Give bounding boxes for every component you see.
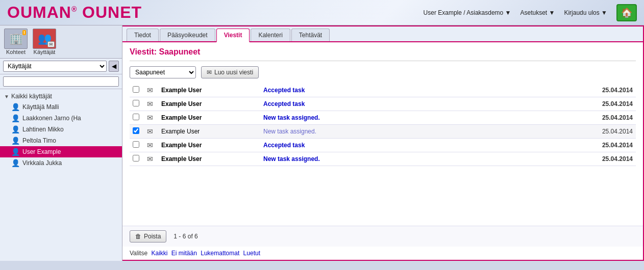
sidebar-top-icons: 🏢 ! Kohteet 👥 ✉ Käyttäjät	[0, 25, 122, 59]
sender-cell: Example User	[158, 111, 260, 125]
folder-dropdown[interactable]: Saapuneet	[130, 66, 196, 78]
page-title: Viestit: Saapuneet	[130, 47, 636, 57]
icon-cell: ✉	[144, 152, 158, 166]
table-row: ✉ Example User Accepted task 25.04.2014	[130, 84, 636, 97]
sender-cell: Example User	[158, 152, 260, 166]
table-row: ✉ Example User Accepted task 25.04.2014	[130, 139, 636, 152]
checkbox-cell[interactable]	[130, 125, 144, 139]
date-cell: 25.04.2014	[575, 111, 636, 125]
envelope-icon: ✉	[207, 69, 212, 76]
message-envelope-icon: ✉	[147, 114, 153, 122]
pagination-info: 1 - 6 of 6	[174, 233, 197, 240]
date-cell: 25.04.2014	[575, 125, 636, 139]
tab-tiedot[interactable]: Tiedot	[127, 29, 159, 41]
sidebar: 🏢 ! Kohteet 👥 ✉ Käyttäjät Käyttäjät ◀	[0, 25, 122, 261]
content-body: Viestit: Saapuneet Saapuneet ✉ Luo uusi …	[122, 42, 643, 226]
subject-cell[interactable]: Accepted task	[260, 97, 575, 111]
tab-kalenteri[interactable]: Kalenteri	[251, 29, 290, 41]
kohteet-icon-block[interactable]: 🏢 ! Kohteet	[4, 29, 28, 55]
row-checkbox[interactable]	[133, 141, 139, 148]
row-checkbox[interactable]	[133, 86, 139, 93]
content-area: Tiedot Pääsyoikeudet Viestit Kalenteri T…	[122, 25, 644, 261]
message-envelope-icon: ✉	[147, 155, 153, 163]
tree-root-label: Kaikki käyttäjät	[11, 93, 52, 100]
tab-paasyoikeudet[interactable]: Pääsyoikeudet	[160, 29, 215, 41]
select-none-link[interactable]: Ei mitään	[171, 250, 197, 257]
tabs-bar: Tiedot Pääsyoikeudet Viestit Kalenteri T…	[122, 26, 643, 42]
sidebar-item-lahtinen-mikko[interactable]: 👤 Lahtinen Mikko	[0, 124, 122, 135]
icon-cell: ✉	[144, 139, 158, 152]
sidebar-item-label: User Example	[22, 148, 61, 155]
date-cell: 25.04.2014	[575, 97, 636, 111]
icon-cell: ✉	[144, 84, 158, 97]
message-envelope-icon: ✉	[147, 86, 153, 94]
date-cell: 25.04.2014	[575, 84, 636, 97]
subject-cell[interactable]: Accepted task	[260, 84, 575, 97]
subject-cell[interactable]: New task assigned.	[260, 111, 575, 125]
row-checkbox[interactable]	[133, 114, 139, 120]
kohteet-label: Kohteet	[6, 49, 26, 55]
select-row: Valitse Kaikki Ei mitään Lukemattomat Lu…	[122, 247, 643, 260]
user-menu[interactable]: User Example / Asiakasdemo ▼	[424, 9, 511, 16]
kayttajat-icon-block[interactable]: 👥 ✉ Käyttäjät	[33, 29, 56, 55]
sidebar-item-peltola-timo[interactable]: 👤 Peltola Timo	[0, 135, 122, 146]
select-all-link[interactable]: Kaikki	[151, 250, 167, 257]
user-icon: 👤	[11, 114, 20, 122]
settings-menu[interactable]: Asetukset ▼	[521, 9, 555, 16]
home-button[interactable]: 🏠	[616, 4, 637, 21]
icon-cell: ✉	[144, 111, 158, 125]
user-icon: 👤	[11, 125, 20, 133]
icon-cell: ✉	[144, 125, 158, 139]
select-unread-link[interactable]: Lukemattomat	[201, 250, 239, 257]
logo-area: OUMAN® OUNET	[7, 3, 142, 22]
message-envelope-icon: ✉	[147, 127, 153, 136]
new-message-label: Luo uusi viesti	[214, 69, 253, 76]
delete-button[interactable]: 🗑 Poista	[130, 230, 166, 242]
checkbox-cell[interactable]	[130, 97, 144, 111]
tab-viestit[interactable]: Viestit	[216, 29, 250, 42]
checkbox-cell[interactable]	[130, 84, 144, 97]
sidebar-item-label: Peltola Timo	[22, 137, 56, 144]
sidebar-item-label: Laakkonen Jarno (Ha	[22, 115, 81, 122]
sender-cell: Example User	[158, 84, 260, 97]
logo-reg: ®	[71, 5, 77, 13]
message-table: ✉ Example User Accepted task 25.04.2014 …	[130, 84, 636, 166]
message-envelope-icon: ✉	[147, 141, 153, 149]
date-cell: 25.04.2014	[575, 152, 636, 166]
user-icon: 👤	[11, 137, 20, 145]
kayttajat-icon: 👥 ✉	[33, 29, 56, 49]
subject-cell[interactable]: New task assigned.	[260, 125, 575, 139]
sidebar-item-user-example[interactable]: 👤 User Example	[0, 146, 122, 157]
tab-tehtavat[interactable]: Tehtävät	[291, 29, 330, 41]
sender-cell: Example User	[158, 139, 260, 152]
sidebar-item-virkkala-jukka[interactable]: 👤 Virkkala Jukka	[0, 157, 122, 169]
delete-label: Poista	[144, 233, 161, 240]
sidebar-arrow-button[interactable]: ◀	[109, 61, 119, 72]
checkbox-cell[interactable]	[130, 139, 144, 152]
row-checkbox[interactable]	[133, 127, 139, 134]
sender-cell: Example User	[158, 97, 260, 111]
sidebar-item-label: Virkkala Jukka	[22, 159, 62, 167]
header-nav: User Example / Asiakasdemo ▼ Asetukset ▼…	[424, 4, 637, 21]
checkbox-cell[interactable]	[130, 111, 144, 125]
select-read-link[interactable]: Luetut	[243, 250, 260, 257]
logo-brand: OUMAN	[7, 3, 71, 21]
subject-cell[interactable]: New task assigned.	[260, 152, 575, 166]
sidebar-item-kayttaja-malli[interactable]: 👤 Käyttäjä Malli	[0, 101, 122, 113]
logout-menu[interactable]: Kirjaudu ulos ▼	[564, 9, 607, 16]
subject-cell[interactable]: Accepted task	[260, 139, 575, 152]
row-checkbox[interactable]	[133, 100, 139, 106]
sidebar-dropdown-row: Käyttäjät ◀	[0, 59, 122, 74]
table-row: ✉ Example User Accepted task 25.04.2014	[130, 97, 636, 111]
table-row: ✉ Example User New task assigned. 25.04.…	[130, 111, 636, 125]
sidebar-item-laakkonen-jarno[interactable]: 👤 Laakkonen Jarno (Ha	[0, 113, 122, 124]
user-icon: 👤	[11, 148, 20, 156]
sidebar-search-input[interactable]	[3, 76, 119, 87]
table-row: ✉ Example User New task assigned. 25.04.…	[130, 125, 636, 139]
row-checkbox[interactable]	[133, 155, 139, 161]
user-icon: 👤	[11, 159, 20, 167]
sidebar-dropdown[interactable]: Käyttäjät	[3, 61, 107, 72]
message-envelope-icon: ✉	[147, 100, 153, 108]
new-message-button[interactable]: ✉ Luo uusi viesti	[201, 66, 259, 78]
checkbox-cell[interactable]	[130, 152, 144, 166]
